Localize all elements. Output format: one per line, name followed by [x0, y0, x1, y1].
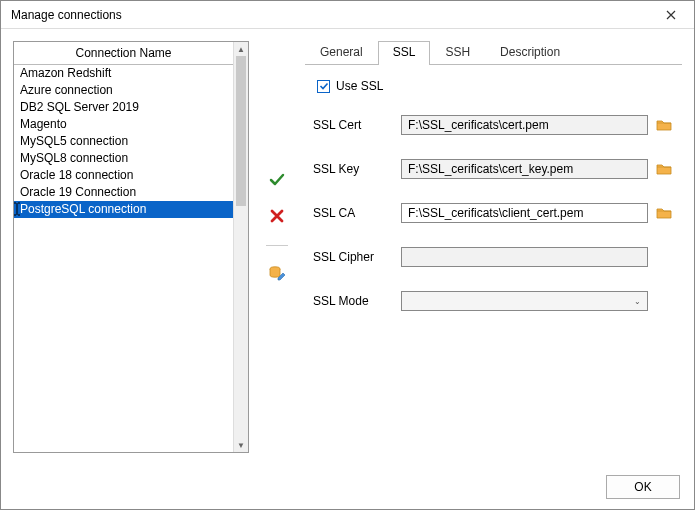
- ssl-ca-label: SSL CA: [313, 206, 401, 220]
- list-item[interactable]: Amazon Redshift: [14, 65, 233, 82]
- connections-panel: Connection Name Amazon Redshift Azure co…: [13, 41, 249, 453]
- list-item[interactable]: DB2 SQL Server 2019: [14, 99, 233, 116]
- ssl-cert-label: SSL Cert: [313, 118, 401, 132]
- list-scrollbar[interactable]: ▲ ▼: [233, 42, 248, 452]
- list-item-label: PostgreSQL connection: [20, 202, 146, 216]
- tab-ssl[interactable]: SSL: [378, 41, 431, 65]
- dialog-title: Manage connections: [11, 8, 654, 22]
- manage-connections-dialog: Manage connections Connection Name Amazo…: [0, 0, 695, 510]
- ssl-cipher-label: SSL Cipher: [313, 250, 401, 264]
- tab-description[interactable]: Description: [485, 41, 575, 65]
- dialog-footer: OK: [1, 465, 694, 509]
- checkmark-icon: [319, 81, 329, 91]
- ssl-ca-browse-button[interactable]: [654, 203, 674, 223]
- folder-icon: [656, 162, 672, 176]
- tab-bar: General SSL SSH Description: [305, 41, 682, 65]
- action-toolbar: [263, 41, 291, 453]
- scroll-thumb[interactable]: [236, 56, 246, 206]
- ssl-mode-select[interactable]: ⌄: [401, 291, 648, 311]
- ssl-cert-browse-button[interactable]: [654, 115, 674, 135]
- list-item[interactable]: Magento: [14, 116, 233, 133]
- ssl-cert-input[interactable]: [401, 115, 648, 135]
- ok-button[interactable]: OK: [606, 475, 680, 499]
- ssl-key-browse-button[interactable]: [654, 159, 674, 179]
- titlebar: Manage connections: [1, 1, 694, 29]
- list-item-selected[interactable]: PostgreSQL connection: [14, 201, 233, 218]
- use-ssl-label: Use SSL: [336, 79, 383, 93]
- ssl-cert-row: SSL Cert: [313, 115, 674, 135]
- close-button[interactable]: [654, 4, 688, 26]
- accept-button[interactable]: [268, 171, 286, 192]
- folder-icon: [656, 118, 672, 132]
- list-item[interactable]: MySQL5 connection: [14, 133, 233, 150]
- ssl-ca-row: SSL CA: [313, 203, 674, 223]
- list-header: Connection Name: [14, 42, 233, 65]
- separator: [266, 245, 288, 246]
- ssl-key-input[interactable]: [401, 159, 648, 179]
- list-item[interactable]: MySQL8 connection: [14, 150, 233, 167]
- delete-button[interactable]: [269, 208, 285, 227]
- ssl-cipher-input[interactable]: [401, 247, 648, 267]
- list-item[interactable]: Azure connection: [14, 82, 233, 99]
- ssl-key-label: SSL Key: [313, 162, 401, 176]
- ssl-mode-label: SSL Mode: [313, 294, 401, 308]
- tab-ssh[interactable]: SSH: [430, 41, 485, 65]
- tab-content-ssl: Use SSL SSL Cert SSL Key: [305, 65, 682, 343]
- close-icon: [666, 10, 676, 20]
- list-item[interactable]: Oracle 18 connection: [14, 167, 233, 184]
- text-cursor-icon: [14, 201, 22, 216]
- dialog-body: Connection Name Amazon Redshift Azure co…: [1, 29, 694, 465]
- scroll-up-icon[interactable]: ▲: [234, 42, 248, 56]
- chevron-down-icon: ⌄: [634, 297, 641, 306]
- check-icon: [268, 171, 286, 189]
- connections-list[interactable]: Connection Name Amazon Redshift Azure co…: [14, 42, 233, 452]
- edit-db-icon: [268, 264, 286, 282]
- ssl-cipher-row: SSL Cipher: [313, 247, 674, 267]
- ssl-key-row: SSL Key: [313, 159, 674, 179]
- tab-general[interactable]: General: [305, 41, 378, 65]
- folder-icon: [656, 206, 672, 220]
- scroll-down-icon[interactable]: ▼: [234, 438, 248, 452]
- edit-button[interactable]: [268, 264, 286, 285]
- cross-icon: [269, 208, 285, 224]
- ssl-ca-input[interactable]: [401, 203, 648, 223]
- ssl-mode-row: SSL Mode ⌄: [313, 291, 674, 311]
- list-item[interactable]: Oracle 19 Connection: [14, 184, 233, 201]
- details-panel: General SSL SSH Description Use SSL SSL …: [305, 41, 682, 453]
- use-ssl-checkbox[interactable]: [317, 80, 330, 93]
- use-ssl-row: Use SSL: [317, 79, 674, 93]
